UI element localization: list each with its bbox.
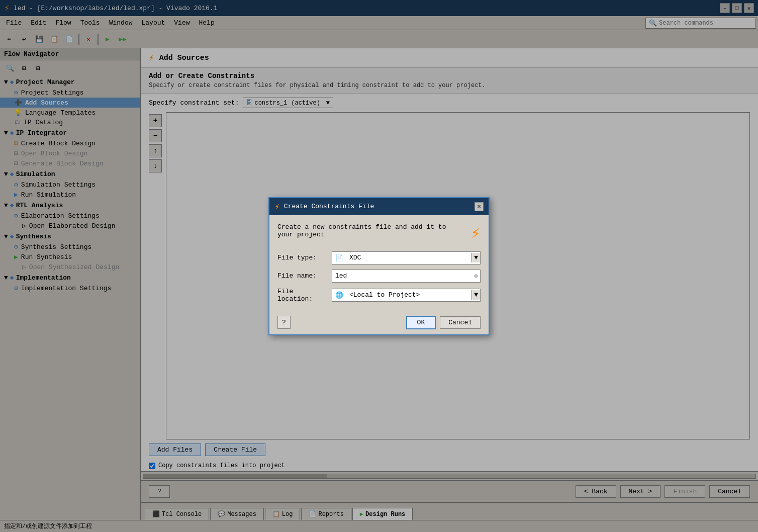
file-name-clear-icon[interactable]: ⊗	[472, 271, 480, 281]
modal-footer: ? OK Cancel	[269, 311, 489, 334]
file-location-icon: 🌐	[332, 291, 346, 299]
file-type-value: XDC	[346, 253, 471, 262]
modal-title: Create Constraints File	[284, 203, 374, 210]
file-name-input-row[interactable]: ⊗	[332, 270, 481, 283]
modal-desc: Create a new constraints file and add it…	[277, 223, 481, 243]
modal-ok-btn[interactable]: OK	[406, 316, 436, 329]
modal-dialog: ⚡ Create Constraints File ✕ Create a new…	[268, 197, 490, 335]
file-name-input[interactable]	[332, 271, 472, 281]
file-location-field: 🌐 <Local to Project> ▼	[332, 289, 481, 302]
modal-overlay: ⚡ Create Constraints File ✕ Create a new…	[0, 0, 758, 532]
modal-help-btn[interactable]: ?	[277, 316, 291, 329]
file-location-value: <Local to Project>	[346, 290, 471, 300]
modal-body: Create a new constraints file and add it…	[269, 215, 489, 311]
modal-icon: ⚡	[274, 201, 280, 212]
file-type-row: File type: 📄 XDC ▼	[277, 251, 481, 264]
modal-vivado-icon: ⚡	[471, 223, 481, 243]
modal-cancel-btn[interactable]: Cancel	[440, 316, 481, 329]
file-type-label: File type:	[277, 254, 328, 261]
file-name-label: File name:	[277, 272, 328, 280]
file-name-field: ⊗	[332, 270, 481, 283]
modal-form: File type: 📄 XDC ▼ File name:	[277, 251, 481, 303]
modal-titlebar: ⚡ Create Constraints File ✕	[269, 198, 489, 215]
modal-close-btn[interactable]: ✕	[475, 202, 484, 211]
modal-desc-text: Create a new constraints file and add it…	[277, 223, 465, 238]
modal-desc-content: Create a new constraints file and add it…	[277, 223, 446, 238]
file-type-icon: 📄	[332, 254, 346, 262]
modal-titlebar-left: ⚡ Create Constraints File	[274, 201, 374, 212]
file-location-label: File location:	[277, 288, 328, 303]
file-location-arrow[interactable]: ▼	[471, 290, 480, 300]
file-type-arrow[interactable]: ▼	[471, 253, 480, 262]
file-location-row: File location: 🌐 <Local to Project> ▼	[277, 288, 481, 303]
file-type-field: 📄 XDC ▼	[332, 251, 481, 264]
file-type-select[interactable]: 📄 XDC ▼	[332, 251, 481, 264]
file-location-select[interactable]: 🌐 <Local to Project> ▼	[332, 289, 481, 302]
file-name-row: File name: ⊗	[277, 270, 481, 283]
